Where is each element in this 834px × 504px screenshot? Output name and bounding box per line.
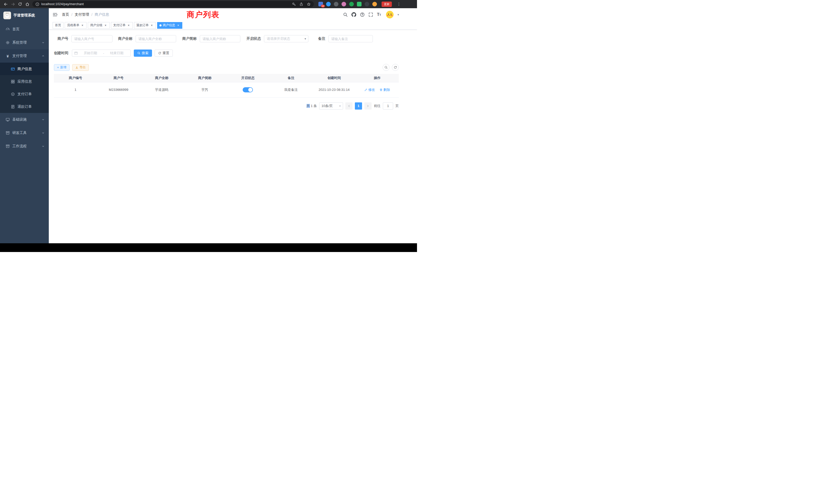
page-size-select[interactable]: 10条/页 ▾	[319, 102, 343, 110]
prev-page-button[interactable]	[345, 102, 353, 110]
calendar-icon	[74, 51, 78, 55]
tab-label: 首页	[55, 23, 61, 27]
breadcrumb-separator: /	[91, 13, 92, 17]
tab-process-form[interactable]: 流程表单 ×	[65, 22, 87, 29]
export-button-label: 导出	[80, 65, 86, 70]
extension-icon[interactable]: 10	[319, 2, 323, 6]
navbar: 首页 / 支付管理 / 商户信息 商户列表 TT	[49, 8, 417, 21]
update-button[interactable]: 更新	[381, 2, 392, 7]
sidebar-subitem-pay-order[interactable]: 支付订单	[0, 88, 49, 100]
cell-short-name: 芋艿	[183, 82, 226, 97]
pagination: 共 1 条 10条/页 ▾ 1 前往 页	[54, 102, 399, 110]
reset-button[interactable]: 重置	[155, 49, 173, 57]
tab-merchant-info[interactable]: 商户信息 ×	[157, 22, 182, 29]
search-button-label: 搜索	[142, 51, 148, 55]
extension-icon[interactable]	[357, 2, 361, 6]
address-bar[interactable]: localhost:1024/pay/merchant	[32, 1, 314, 7]
sidebar-item-infrastructure[interactable]: 基础设施	[0, 113, 49, 126]
add-button-label: 新增	[60, 65, 66, 70]
current-page-button[interactable]: 1	[355, 102, 362, 110]
password-key-icon[interactable]	[292, 2, 296, 6]
create-time-range-picker[interactable]: 开始日期 - 结束日期	[72, 49, 131, 57]
sidebar-subitem-app-info[interactable]: 应用信息	[0, 75, 49, 88]
site-info-icon[interactable]	[36, 2, 39, 6]
sidebar-subitem-refund-order[interactable]: 退款订单	[0, 100, 49, 113]
date-start-placeholder[interactable]: 开始日期	[79, 51, 102, 55]
sidebar-item-devtools[interactable]: 研发工具	[0, 126, 49, 140]
merchant-fullname-input[interactable]	[136, 35, 176, 42]
close-icon[interactable]: ×	[150, 24, 154, 27]
fullscreen-icon[interactable]	[369, 12, 373, 17]
status-toggle[interactable]	[243, 87, 253, 92]
browser-toolbar: localhost:1024/pay/merchant 10 更新 ⋮	[0, 0, 417, 8]
close-icon[interactable]: ×	[104, 24, 107, 27]
breadcrumb-item[interactable]: 支付管理	[75, 12, 89, 17]
help-icon[interactable]	[360, 12, 365, 17]
yen-icon: ¥	[6, 54, 10, 58]
sidebar-item-system[interactable]: 系统管理	[0, 36, 49, 49]
table-row: 1 M233666999 芋道源码 芋艿 我是备注 2021-10-23 08:…	[54, 82, 399, 97]
home-button[interactable]	[24, 1, 31, 8]
close-icon[interactable]: ×	[81, 24, 84, 27]
sidebar-item-label: 工作流程	[12, 144, 27, 148]
total-highlight: 共	[307, 104, 310, 108]
search-icon[interactable]	[343, 12, 348, 17]
cell-merchant-no: M233666999	[97, 82, 140, 97]
reload-button[interactable]	[17, 1, 24, 8]
user-menu-caret-icon[interactable]: ▾	[397, 13, 399, 17]
share-icon[interactable]	[300, 2, 303, 6]
extension-icon[interactable]	[334, 2, 338, 6]
delete-link[interactable]: 删除	[379, 88, 390, 92]
toggle-search-button[interactable]	[382, 64, 390, 71]
sidebar-item-payment[interactable]: ¥ 支付管理	[0, 49, 49, 63]
extension-icon[interactable]	[326, 2, 331, 6]
tab-pay-order[interactable]: 支付订单 ×	[111, 22, 133, 29]
extension-icon[interactable]	[365, 2, 369, 6]
browser-menu-icon[interactable]: ⋮	[397, 2, 401, 6]
github-icon[interactable]	[352, 12, 356, 17]
tab-home[interactable]: 首页	[53, 22, 63, 29]
font-size-icon[interactable]: TT	[377, 13, 381, 17]
sidebar-subitem-label: 商户信息	[18, 67, 32, 71]
remark-input[interactable]	[328, 35, 373, 42]
sidebar-item-label: 支付管理	[12, 54, 27, 58]
close-icon[interactable]: ×	[176, 24, 180, 27]
date-end-placeholder[interactable]: 结束日期	[105, 51, 128, 55]
refresh-button[interactable]	[392, 64, 399, 71]
back-button[interactable]	[2, 1, 9, 8]
close-icon[interactable]: ×	[127, 24, 130, 27]
payment-submenu: 商户信息 应用信息 支付订单 退款订单	[0, 63, 49, 113]
url-text[interactable]: localhost:1024/pay/merchant	[41, 2, 84, 6]
edit-link[interactable]: 修改	[364, 88, 375, 92]
next-page-button[interactable]	[364, 102, 372, 110]
desktop-background-strip	[0, 243, 417, 252]
extension-icon[interactable]	[372, 2, 377, 6]
forward-button[interactable]	[9, 1, 17, 8]
goto-page-input[interactable]	[383, 102, 393, 110]
sidebar-item-home[interactable]: 首页	[0, 23, 49, 36]
tab-user-group[interactable]: 用户分组 ×	[88, 22, 110, 29]
sidebar-subitem-merchant-info[interactable]: 商户信息	[0, 63, 49, 75]
column-header: 备注	[269, 74, 312, 82]
bookmark-star-icon[interactable]	[307, 2, 311, 6]
add-button[interactable]: + 新增	[54, 64, 70, 71]
search-button[interactable]: 搜索	[134, 49, 152, 57]
user-avatar[interactable]	[386, 11, 394, 19]
export-button[interactable]: 导出	[72, 64, 89, 71]
extension-icon[interactable]	[349, 2, 354, 6]
tab-refund-order[interactable]: 退款订单 ×	[134, 22, 156, 29]
cell-remark: 我是备注	[269, 82, 312, 97]
sidebar-item-workflow[interactable]: 工作流程	[0, 140, 49, 153]
sidebar-toggle-icon[interactable]	[52, 12, 58, 17]
table-header-row: 商户编号 商户号 商户全称 商户简称 开启状态 备注 创建时间 操作	[54, 74, 399, 82]
plus-icon: +	[57, 66, 59, 69]
merchant-shortname-input[interactable]	[200, 35, 240, 42]
app-logo-row[interactable]: 芋道管理系统	[0, 8, 49, 23]
extension-icon[interactable]	[342, 2, 346, 6]
status-select[interactable]: 请选择开启状态 ▾	[264, 35, 308, 42]
chevron-up-icon	[42, 54, 45, 58]
breadcrumb-item[interactable]: 首页	[62, 12, 69, 17]
active-tab-dot	[159, 24, 161, 26]
sidebar: 芋道管理系统 首页 系统管理 ¥ 支付管理 商户信息	[0, 8, 49, 243]
merchant-no-input[interactable]	[71, 35, 112, 42]
